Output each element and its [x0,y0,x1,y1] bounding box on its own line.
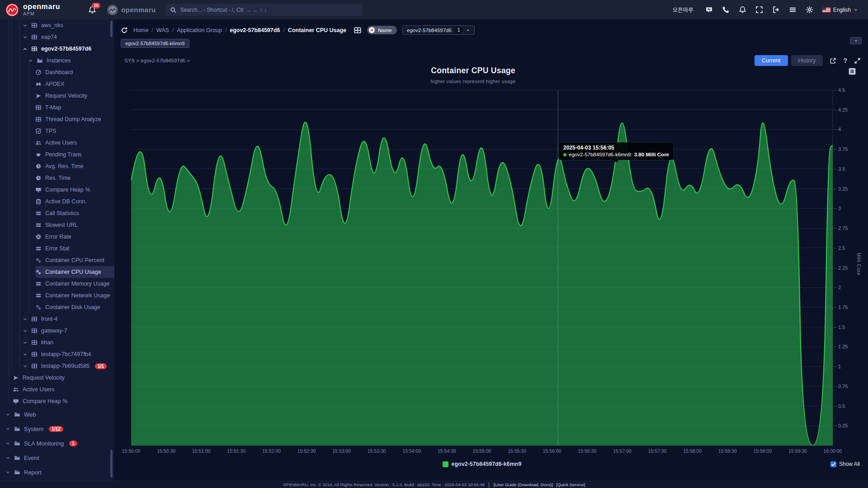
phone-button[interactable] [722,6,730,14]
sidebar-item-aws-nks[interactable]: aws_nks [0,19,114,31]
sidebar-scrollbar-thumb[interactable] [110,450,113,478]
sidebar-item-sla-monitoring[interactable]: SLA Monitoring1 [0,436,114,450]
sidebar-item-call-statistics[interactable]: Call Statistics [0,207,114,219]
breadcrumb-item[interactable]: Home [133,27,148,33]
sidebar-item-report[interactable]: Report [0,465,114,479]
sidebar-item-compare-heap-[interactable]: Compare Heap % [0,395,114,407]
sidebar-item-slowest-url[interactable]: Slowest URL [0,219,114,231]
sidebar-item-error-rate[interactable]: Error Rate [0,231,114,243]
settings-button[interactable] [806,6,813,14]
sidebar-item-request-velocity[interactable]: Request Velocity [0,90,114,102]
sidebar-item-web[interactable]: Web [0,407,114,422]
user-guide-link[interactable]: [User Guide (Download, Docs)] [494,482,553,487]
chevron-down-icon[interactable] [23,23,28,28]
chevron-down-icon[interactable] [5,470,10,475]
sidebar-item-pending-trans[interactable]: Pending Trans [0,149,114,160]
sidebar-item-eap74[interactable]: eap74 [0,31,114,43]
sidebar-item-avg-res-time[interactable]: Avg. Res. Time [0,160,114,172]
app-logo[interactable]: openmaru APM [0,3,60,17]
sidebar-item-container-cpu-usage[interactable]: Container CPU Usage [0,266,114,278]
chevron-down-icon[interactable] [23,317,28,322]
breadcrumb-separator: / [225,27,226,33]
chevron-down-icon[interactable] [23,35,28,40]
refresh-icon [121,27,128,34]
breadcrumb-item[interactable]: WAS [156,27,169,33]
breadcrumb-item[interactable]: egov2-57b84597d6 [230,27,280,33]
search-input[interactable] [180,7,358,13]
notifications-button[interactable]: 25 [88,6,96,14]
chevron-down-icon[interactable] [23,364,28,369]
sidebar-item-event[interactable]: Event [0,450,114,465]
x-tick-label: 15:51:30 [222,448,251,454]
sidebar-item-compare-heap-[interactable]: Compare Heap % [0,184,114,196]
sidebar-item-dashboard[interactable]: Dashboard [0,66,114,78]
chat-button[interactable] [705,6,713,14]
sidebar-item-gateway-7[interactable]: gateway-7 [0,325,114,337]
sidebar-item-thread-dump-analyze[interactable]: Thread Dump Analyze [0,113,114,125]
breadcrumb-item[interactable]: Container CPU Usage [288,27,346,33]
instance-chip[interactable]: egov2-57b84597d6-k6mn9 [121,39,189,48]
chevron-down-icon[interactable] [5,441,10,446]
sidebar-item-active-users[interactable]: Active Users [0,384,114,395]
expand-chart-button[interactable] [854,57,861,64]
layout-grid-button[interactable] [354,26,362,34]
sidebar-item-container-disk-usage[interactable]: Container Disk Usage [0,301,114,313]
quick-service-link[interactable]: [Quick Service] [556,482,585,487]
chevron-down-icon[interactable] [23,340,28,345]
monitor-icon [13,398,19,404]
refresh-button[interactable] [121,27,128,34]
sidebar-item-testapp-7b69cd585[interactable]: testapp-7b69cd5851/1 [0,360,114,372]
logout-button[interactable] [772,6,780,14]
toolbar: Home/WAS/Application Group/egov2-57b8459… [114,19,868,35]
sidebar-item-error-stat[interactable]: Error Stat [0,243,114,254]
chevron-up-icon[interactable] [23,47,28,52]
sidebar-item-system[interactable]: System1/12 [0,422,114,436]
sidebar-item-tps[interactable]: TPS [0,125,114,137]
sidebar-item-container-network-usage[interactable]: Container Network Usage [0,290,114,301]
sidebar-item-active-users[interactable]: Active Users [0,137,114,149]
remove-filter-icon[interactable] [368,27,375,33]
chevron-down-icon[interactable] [5,412,10,417]
help-button[interactable]: ? [843,57,847,64]
language-selector[interactable]: English [822,7,858,13]
open-new-window-button[interactable] [830,57,836,64]
sidebar-item-front-4[interactable]: front-4 [0,313,114,325]
sidebar-item-egov2-57b84597d6[interactable]: egov2-57b84597d6 [0,43,114,55]
show-all-toggle[interactable]: Show All [830,461,860,467]
hamburger-menu-icon [848,67,856,75]
sidebar-item-apdex[interactable]: APDEX [0,78,114,90]
x-tick-label: 15:54:00 [397,448,426,454]
sidebar-item-label: Active Users [23,386,54,393]
history-tab-button[interactable]: History [791,55,823,66]
menu-button[interactable] [789,6,797,14]
sidebar-item-khan[interactable]: khan [0,337,114,348]
external-link-icon [830,57,836,64]
sidebar-item-container-cpu-percent[interactable]: Container CPU Percent [0,254,114,266]
sidebar-scrollbar-thumb[interactable] [110,21,113,37]
chart-legend[interactable]: egov2-57b84597d6-k6mn9 [131,461,833,467]
sidebar-item-t-map[interactable]: T-Map [0,102,114,113]
sidebar-item-active-db-conn-[interactable]: Active DB Conn. [0,196,114,207]
sidebar-item-instances[interactable]: Instances [0,55,114,66]
chevron-down-icon[interactable] [23,352,28,357]
chart-plot-area[interactable] [131,90,833,446]
chevron-down-icon[interactable] [5,455,10,460]
group-select[interactable]: egov2-57b84597d6 1 [402,25,475,35]
sidebar-item-res-time[interactable]: Res. Time [0,172,114,184]
checkbox-checked-icon[interactable] [830,461,836,467]
chart-menu-button[interactable] [848,67,856,75]
chevron-down-icon[interactable] [23,328,28,333]
sidebar-item-container-memory-usage[interactable]: Container Memory Usage [0,278,114,290]
fullscreen-button[interactable] [755,6,763,14]
brand-name: openmaru [23,3,60,10]
bars-icon [789,6,797,14]
sidebar-item-request-velocity[interactable]: Request Velocity [0,372,114,384]
name-filter-tag[interactable]: Name [367,26,397,34]
current-tab-button[interactable]: Current [755,55,788,66]
collapse-panel-button[interactable] [850,37,862,44]
notification-count-badge: 25 [92,3,100,9]
sidebar-item-testapp-7bc7497fb4[interactable]: testapp-7bc7497fb4 [0,348,114,360]
chevron-down-icon[interactable] [5,427,10,432]
breadcrumb-item[interactable]: Application Group [177,27,222,33]
alerts-button[interactable] [739,6,746,14]
